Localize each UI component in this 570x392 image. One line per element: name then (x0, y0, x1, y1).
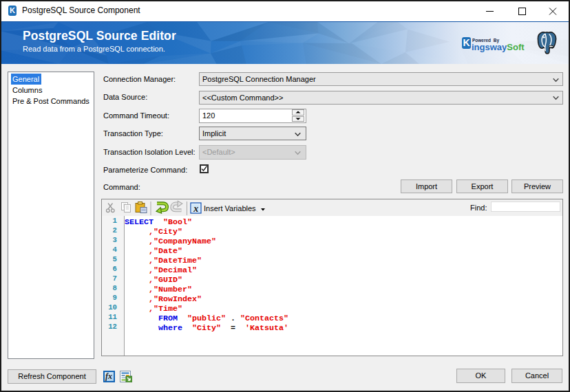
svg-text:x: x (193, 204, 198, 214)
